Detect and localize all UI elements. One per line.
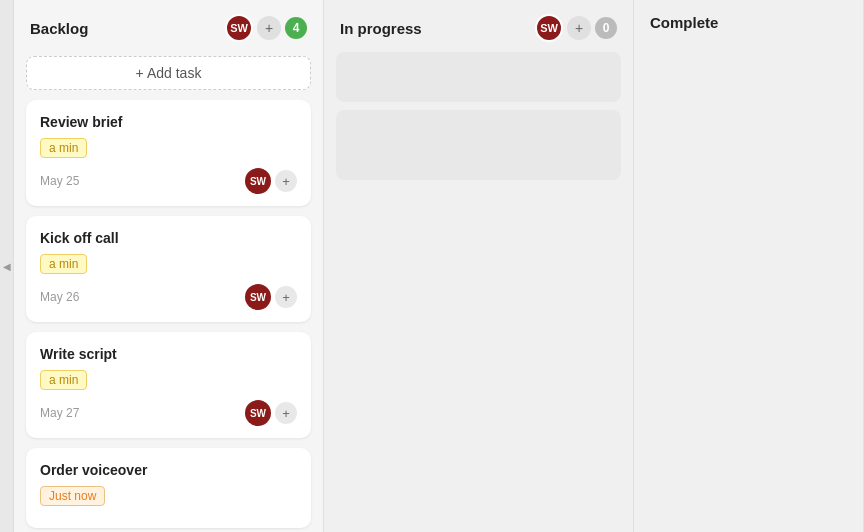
inprogress-header: In progress SW + 0 [324, 0, 633, 52]
complete-title: Complete [650, 14, 718, 31]
card-avatar-group: SW + [245, 284, 297, 310]
inprogress-title: In progress [340, 20, 422, 37]
backlog-add-member-button[interactable]: + [257, 16, 281, 40]
card-date: May 25 [40, 174, 79, 188]
card-title: Review brief [40, 114, 297, 130]
backlog-count-badge: 4 [285, 17, 307, 39]
card-add-member-button[interactable]: + [275, 286, 297, 308]
card-avatar-group: SW + [245, 168, 297, 194]
card-avatar: SW [245, 284, 271, 310]
card-date: May 27 [40, 406, 79, 420]
card-write-script[interactable]: Write script a min May 27 SW + [26, 332, 311, 438]
card-tag: a min [40, 138, 87, 158]
backlog-title: Backlog [30, 20, 88, 37]
column-backlog: Backlog SW + 4 + Add task Review brief a… [14, 0, 324, 532]
inprogress-avatar: SW [535, 14, 563, 42]
backlog-cards-container: Review brief a min May 25 SW + Kick off … [14, 100, 323, 532]
complete-header: Complete [634, 0, 863, 41]
collapse-arrow-icon: ◀ [3, 261, 11, 272]
card-footer: May 27 SW + [40, 400, 297, 426]
card-order-voiceover[interactable]: Order voiceover Just now [26, 448, 311, 528]
card-avatar: SW [245, 400, 271, 426]
card-kickoff-call[interactable]: Kick off call a min May 26 SW + [26, 216, 311, 322]
inprogress-add-member-button[interactable]: + [567, 16, 591, 40]
inprogress-count-badge: 0 [595, 17, 617, 39]
card-tag: a min [40, 254, 87, 274]
card-footer: May 26 SW + [40, 284, 297, 310]
card-add-member-button[interactable]: + [275, 170, 297, 192]
backlog-header: Backlog SW + 4 [14, 0, 323, 52]
add-task-button[interactable]: + Add task [26, 56, 311, 90]
backlog-avatar-group: SW + 4 [225, 14, 307, 42]
column-complete: Complete [634, 0, 864, 532]
card-title: Write script [40, 346, 297, 362]
card-tag: a min [40, 370, 87, 390]
card-date: May 26 [40, 290, 79, 304]
inprogress-area [324, 52, 633, 532]
card-footer: May 25 SW + [40, 168, 297, 194]
inprogress-placeholder-2 [336, 110, 621, 180]
column-inprogress: In progress SW + 0 [324, 0, 634, 532]
card-title: Order voiceover [40, 462, 297, 478]
card-avatar-group: SW + [245, 400, 297, 426]
inprogress-placeholder-1 [336, 52, 621, 102]
kanban-board: ◀ Backlog SW + 4 + Add task Review brief… [0, 0, 864, 532]
collapse-sidebar-tab[interactable]: ◀ [0, 0, 14, 532]
card-review-brief[interactable]: Review brief a min May 25 SW + [26, 100, 311, 206]
card-avatar: SW [245, 168, 271, 194]
inprogress-avatar-group: SW + 0 [535, 14, 617, 42]
card-add-member-button[interactable]: + [275, 402, 297, 424]
backlog-avatar: SW [225, 14, 253, 42]
card-title: Kick off call [40, 230, 297, 246]
card-tag: Just now [40, 486, 105, 506]
